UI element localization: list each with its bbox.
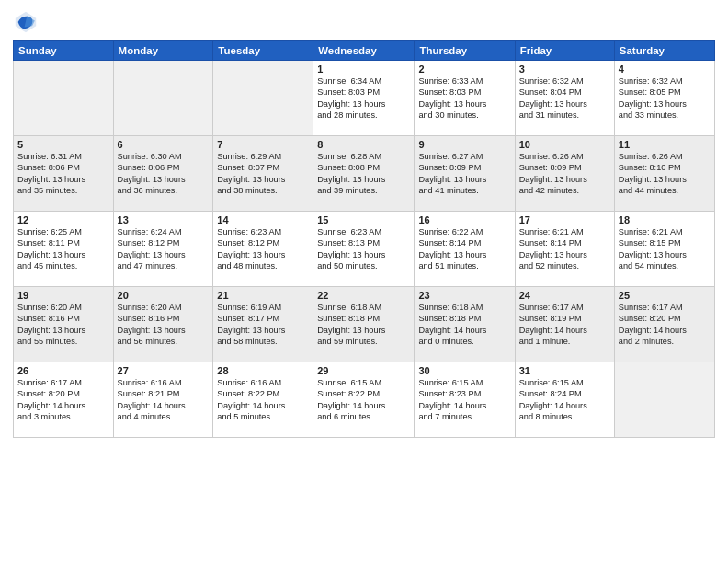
calendar-week-row: 1Sunrise: 6:34 AM Sunset: 8:03 PM Daylig… [14,61,715,136]
day-info: Sunrise: 6:23 AM Sunset: 8:13 PM Dayligh… [317,226,410,272]
weekday-header-monday: Monday [113,41,213,61]
calendar-cell: 10Sunrise: 6:26 AM Sunset: 8:09 PM Dayli… [515,136,614,212]
calendar-cell: 3Sunrise: 6:32 AM Sunset: 8:04 PM Daylig… [515,61,614,136]
day-info: Sunrise: 6:29 AM Sunset: 8:07 PM Dayligh… [217,151,309,197]
logo-icon [13,9,39,35]
day-info: Sunrise: 6:15 AM Sunset: 8:24 PM Dayligh… [519,377,610,423]
day-number: 18 [619,214,711,225]
day-number: 25 [619,290,711,301]
day-number: 31 [519,365,610,376]
day-info: Sunrise: 6:34 AM Sunset: 8:03 PM Dayligh… [317,75,410,121]
calendar-cell: 5Sunrise: 6:31 AM Sunset: 8:06 PM Daylig… [14,136,114,212]
day-number: 12 [17,214,109,225]
calendar-cell: 20Sunrise: 6:20 AM Sunset: 8:16 PM Dayli… [113,287,213,362]
day-number: 13 [118,214,210,225]
day-number: 19 [17,290,109,301]
day-number: 11 [619,139,711,150]
day-info: Sunrise: 6:16 AM Sunset: 8:21 PM Dayligh… [118,377,210,423]
weekday-header-row: SundayMondayTuesdayWednesdayThursdayFrid… [14,41,715,61]
calendar-cell: 28Sunrise: 6:16 AM Sunset: 8:22 PM Dayli… [213,362,313,438]
calendar-week-row: 26Sunrise: 6:17 AM Sunset: 8:20 PM Dayli… [14,362,715,438]
day-number: 22 [317,290,410,301]
calendar-cell: 24Sunrise: 6:17 AM Sunset: 8:19 PM Dayli… [515,287,614,362]
day-number: 10 [519,139,610,150]
weekday-header-friday: Friday [515,41,614,61]
day-number: 14 [217,214,309,225]
day-number: 15 [317,214,410,225]
calendar-cell: 9Sunrise: 6:27 AM Sunset: 8:09 PM Daylig… [415,136,515,212]
calendar-table: SundayMondayTuesdayWednesdayThursdayFrid… [13,40,715,438]
calendar-cell [213,61,313,136]
day-number: 30 [418,365,510,376]
calendar-week-row: 19Sunrise: 6:20 AM Sunset: 8:16 PM Dayli… [14,287,715,362]
calendar-cell: 21Sunrise: 6:19 AM Sunset: 8:17 PM Dayli… [213,287,313,362]
weekday-header-saturday: Saturday [614,41,714,61]
day-info: Sunrise: 6:27 AM Sunset: 8:09 PM Dayligh… [418,151,510,197]
day-info: Sunrise: 6:18 AM Sunset: 8:18 PM Dayligh… [418,302,510,348]
day-info: Sunrise: 6:20 AM Sunset: 8:16 PM Dayligh… [17,302,109,348]
calendar-cell: 31Sunrise: 6:15 AM Sunset: 8:24 PM Dayli… [515,362,614,438]
calendar-cell: 12Sunrise: 6:25 AM Sunset: 8:11 PM Dayli… [14,212,114,287]
day-info: Sunrise: 6:17 AM Sunset: 8:19 PM Dayligh… [519,302,610,348]
day-info: Sunrise: 6:21 AM Sunset: 8:15 PM Dayligh… [619,226,711,272]
calendar-cell: 13Sunrise: 6:24 AM Sunset: 8:12 PM Dayli… [113,212,213,287]
day-number: 8 [317,139,410,150]
day-number: 2 [418,63,510,75]
logo [13,9,42,35]
day-info: Sunrise: 6:17 AM Sunset: 8:20 PM Dayligh… [17,377,109,423]
calendar-cell: 16Sunrise: 6:22 AM Sunset: 8:14 PM Dayli… [415,212,515,287]
day-info: Sunrise: 6:32 AM Sunset: 8:05 PM Dayligh… [619,75,711,121]
day-info: Sunrise: 6:23 AM Sunset: 8:12 PM Dayligh… [217,226,309,272]
day-info: Sunrise: 6:15 AM Sunset: 8:23 PM Dayligh… [418,377,510,423]
calendar-cell: 1Sunrise: 6:34 AM Sunset: 8:03 PM Daylig… [313,61,415,136]
calendar-cell: 8Sunrise: 6:28 AM Sunset: 8:08 PM Daylig… [313,136,415,212]
calendar-cell: 25Sunrise: 6:17 AM Sunset: 8:20 PM Dayli… [614,287,714,362]
day-info: Sunrise: 6:25 AM Sunset: 8:11 PM Dayligh… [17,226,109,272]
day-number: 26 [17,365,109,376]
calendar-cell: 6Sunrise: 6:30 AM Sunset: 8:06 PM Daylig… [113,136,213,212]
calendar-cell: 14Sunrise: 6:23 AM Sunset: 8:12 PM Dayli… [213,212,313,287]
day-number: 16 [418,214,510,225]
calendar-cell: 11Sunrise: 6:26 AM Sunset: 8:10 PM Dayli… [614,136,714,212]
calendar-cell: 19Sunrise: 6:20 AM Sunset: 8:16 PM Dayli… [14,287,114,362]
day-number: 6 [118,139,210,150]
calendar-cell: 27Sunrise: 6:16 AM Sunset: 8:21 PM Dayli… [113,362,213,438]
day-number: 29 [317,365,410,376]
weekday-header-wednesday: Wednesday [313,41,415,61]
day-number: 20 [118,290,210,301]
day-number: 5 [17,139,109,150]
day-info: Sunrise: 6:22 AM Sunset: 8:14 PM Dayligh… [418,226,510,272]
calendar-week-row: 5Sunrise: 6:31 AM Sunset: 8:06 PM Daylig… [14,136,715,212]
day-number: 27 [118,365,210,376]
calendar-cell [14,61,114,136]
calendar-cell: 2Sunrise: 6:33 AM Sunset: 8:03 PM Daylig… [415,61,515,136]
day-number: 17 [519,214,610,225]
calendar-cell: 18Sunrise: 6:21 AM Sunset: 8:15 PM Dayli… [614,212,714,287]
day-info: Sunrise: 6:16 AM Sunset: 8:22 PM Dayligh… [217,377,309,423]
day-number: 9 [418,139,510,150]
day-info: Sunrise: 6:17 AM Sunset: 8:20 PM Dayligh… [619,302,711,348]
day-number: 23 [418,290,510,301]
calendar-container: SundayMondayTuesdayWednesdayThursdayFrid… [0,0,728,563]
day-info: Sunrise: 6:33 AM Sunset: 8:03 PM Dayligh… [418,75,510,121]
calendar-cell: 15Sunrise: 6:23 AM Sunset: 8:13 PM Dayli… [313,212,415,287]
calendar-cell [113,61,213,136]
calendar-cell: 17Sunrise: 6:21 AM Sunset: 8:14 PM Dayli… [515,212,614,287]
day-number: 7 [217,139,309,150]
day-number: 21 [217,290,309,301]
day-info: Sunrise: 6:20 AM Sunset: 8:16 PM Dayligh… [118,302,210,348]
day-info: Sunrise: 6:28 AM Sunset: 8:08 PM Dayligh… [317,151,410,197]
day-info: Sunrise: 6:31 AM Sunset: 8:06 PM Dayligh… [17,151,109,197]
calendar-cell: 22Sunrise: 6:18 AM Sunset: 8:18 PM Dayli… [313,287,415,362]
weekday-header-sunday: Sunday [14,41,114,61]
day-info: Sunrise: 6:15 AM Sunset: 8:22 PM Dayligh… [317,377,410,423]
weekday-header-tuesday: Tuesday [213,41,313,61]
day-number: 24 [519,290,610,301]
calendar-week-row: 12Sunrise: 6:25 AM Sunset: 8:11 PM Dayli… [14,212,715,287]
day-info: Sunrise: 6:26 AM Sunset: 8:10 PM Dayligh… [619,151,711,197]
day-info: Sunrise: 6:32 AM Sunset: 8:04 PM Dayligh… [519,75,610,121]
calendar-cell: 26Sunrise: 6:17 AM Sunset: 8:20 PM Dayli… [14,362,114,438]
calendar-cell: 30Sunrise: 6:15 AM Sunset: 8:23 PM Dayli… [415,362,515,438]
calendar-cell: 29Sunrise: 6:15 AM Sunset: 8:22 PM Dayli… [313,362,415,438]
calendar-cell: 23Sunrise: 6:18 AM Sunset: 8:18 PM Dayli… [415,287,515,362]
